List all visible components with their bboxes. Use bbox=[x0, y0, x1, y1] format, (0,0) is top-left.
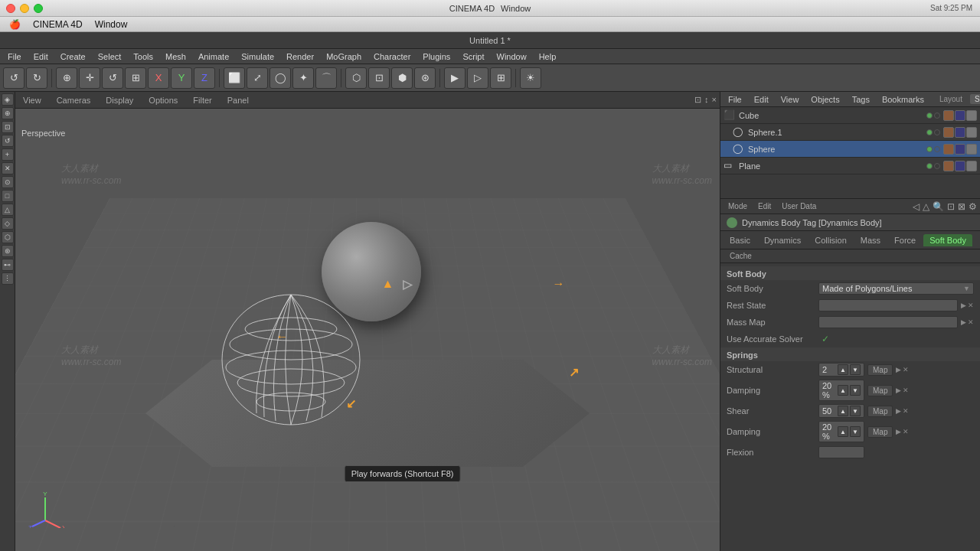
menu-file[interactable]: File bbox=[2, 49, 28, 64]
color-btn-5[interactable] bbox=[955, 127, 965, 138]
apple-menu[interactable]: 🍎 bbox=[3, 17, 27, 32]
menu-character[interactable]: Character bbox=[368, 49, 416, 64]
object-plane[interactable]: ▭ Plane bbox=[720, 158, 980, 174]
left-tool-14[interactable]: ⋮ bbox=[2, 272, 14, 285]
toolbar-select[interactable]: ⊕ bbox=[56, 67, 77, 89]
menu-simulate[interactable]: Simulate bbox=[235, 49, 280, 64]
left-tool-1[interactable]: ◈ bbox=[2, 93, 14, 106]
dot-4[interactable] bbox=[934, 163, 940, 169]
value-damping2[interactable]: 20 % ▲ ▼ bbox=[818, 421, 864, 442]
shear-map-btn[interactable]: Map bbox=[867, 406, 893, 417]
vp-tab-panel[interactable]: Panel bbox=[223, 96, 253, 105]
dot-green-3[interactable] bbox=[926, 146, 933, 152]
toolbar-move2[interactable]: ⤢ bbox=[247, 67, 268, 89]
toolbar-box[interactable]: ⬜ bbox=[224, 67, 245, 89]
rp-startup[interactable]: Startup bbox=[970, 94, 980, 104]
damping1-down[interactable]: ▼ bbox=[850, 385, 861, 396]
toolbar-render1[interactable]: ▶ bbox=[444, 67, 466, 89]
arr-d1-1[interactable]: ▶ bbox=[896, 386, 901, 394]
arr-d2-1[interactable]: ▶ bbox=[896, 428, 901, 435]
prop-tab-softbody[interactable]: Soft Body bbox=[923, 234, 972, 246]
structural-up[interactable]: ▲ bbox=[838, 364, 848, 375]
damping2-down[interactable]: ▼ bbox=[850, 426, 861, 437]
object-cube[interactable]: ⬛ Cube bbox=[720, 107, 980, 124]
structural-down[interactable]: ▼ bbox=[850, 364, 861, 375]
toolbar-extrude[interactable]: ⊡ bbox=[368, 67, 390, 89]
rp-objects[interactable]: Objects bbox=[806, 95, 844, 104]
color-btn-3[interactable] bbox=[966, 110, 977, 121]
left-tool-10[interactable]: ◇ bbox=[2, 217, 14, 230]
menu-mograph[interactable]: MoGraph bbox=[320, 49, 368, 64]
prop-mode[interactable]: Mode bbox=[724, 202, 752, 210]
prop-edit[interactable]: Edit bbox=[753, 202, 776, 210]
prop-icon-back[interactable]: ◁ bbox=[913, 201, 920, 212]
dot-green-2[interactable] bbox=[926, 129, 933, 135]
scene-canvas[interactable]: Perspective 大人素材www.rr-sc.com 大人素材www.rr… bbox=[15, 109, 720, 551]
vp-tab-view[interactable]: View bbox=[18, 96, 46, 105]
value-structural[interactable]: 2 ▲ ▼ bbox=[818, 363, 864, 377]
rp-layout[interactable]: Layout bbox=[935, 95, 967, 103]
left-tool-6[interactable]: ✕ bbox=[2, 162, 14, 174]
maximize-button[interactable] bbox=[34, 4, 43, 13]
left-tool-9[interactable]: △ bbox=[2, 204, 14, 216]
rp-tags[interactable]: Tags bbox=[848, 95, 874, 104]
arr-sh-1[interactable]: ▶ bbox=[896, 407, 901, 415]
prop-tab-mass[interactable]: Mass bbox=[854, 234, 887, 246]
arr-sh-2[interactable]: ✕ bbox=[903, 407, 909, 415]
vp-tab-display[interactable]: Display bbox=[101, 96, 138, 105]
prop-user-data[interactable]: User Data bbox=[777, 202, 821, 210]
menu-tools[interactable]: Tools bbox=[127, 49, 159, 64]
color-btn-6[interactable] bbox=[966, 127, 977, 138]
prop-tab-collision[interactable]: Collision bbox=[808, 234, 853, 246]
damping1-map-btn[interactable]: Map bbox=[867, 385, 893, 396]
menu-script[interactable]: Script bbox=[456, 49, 490, 64]
left-tool-5[interactable]: + bbox=[2, 148, 14, 161]
prop-icon-gear[interactable]: ⚙ bbox=[969, 201, 977, 212]
menu-edit[interactable]: Edit bbox=[28, 49, 54, 64]
dot-green-4[interactable] bbox=[926, 163, 933, 169]
prop-icon-search[interactable]: 🔍 bbox=[933, 201, 944, 212]
menu-window[interactable]: Window bbox=[491, 49, 533, 64]
vp-icon-3[interactable]: × bbox=[712, 95, 717, 105]
left-tool-4[interactable]: ↺ bbox=[2, 135, 14, 147]
menu-plugins[interactable]: Plugins bbox=[416, 49, 456, 64]
close-button[interactable] bbox=[6, 4, 15, 13]
prop-tab-force[interactable]: Force bbox=[888, 234, 922, 246]
menu-create[interactable]: Create bbox=[54, 49, 92, 64]
dot-2[interactable] bbox=[934, 129, 940, 135]
value-mass-map[interactable] bbox=[818, 316, 958, 328]
prop-icon-x[interactable]: ⊠ bbox=[958, 201, 965, 212]
left-tool-11[interactable]: ⬡ bbox=[2, 231, 14, 243]
left-tool-12[interactable]: ⊛ bbox=[2, 245, 14, 257]
arr-rs-2[interactable]: ✕ bbox=[968, 302, 974, 309]
shear-up[interactable]: ▲ bbox=[838, 406, 848, 416]
color-btn-2[interactable] bbox=[955, 110, 965, 121]
vp-icon-2[interactable]: ↕ bbox=[704, 95, 709, 105]
value-damping1[interactable]: 20 % ▲ ▼ bbox=[818, 380, 864, 401]
color-btn-8[interactable] bbox=[955, 144, 965, 155]
vp-tab-cameras[interactable]: Cameras bbox=[52, 96, 96, 105]
vp-icon-1[interactable]: ⊡ bbox=[694, 95, 701, 105]
arr-mm-1[interactable]: ▶ bbox=[961, 318, 966, 326]
app-menu[interactable]: CINEMA 4D bbox=[27, 17, 89, 32]
arr-str-2[interactable]: ✕ bbox=[903, 366, 909, 373]
arr-str-1[interactable]: ▶ bbox=[896, 366, 901, 373]
toolbar-light[interactable]: ☀ bbox=[520, 67, 541, 89]
menu-animate[interactable]: Animate bbox=[192, 49, 235, 64]
viewport[interactable]: View Cameras Display Options Filter Pane… bbox=[15, 92, 720, 551]
color-btn-12[interactable] bbox=[966, 161, 977, 171]
menu-help[interactable]: Help bbox=[533, 49, 563, 64]
prop-tab-basic[interactable]: Basic bbox=[724, 234, 756, 246]
value-soft-body[interactable]: Made of Polygons/Lines ▼ bbox=[818, 282, 974, 295]
color-btn-9[interactable] bbox=[966, 144, 977, 155]
left-tool-13[interactable]: ⊷ bbox=[2, 259, 14, 271]
vp-tab-options[interactable]: Options bbox=[144, 96, 182, 105]
color-btn-4[interactable] bbox=[943, 127, 954, 138]
toolbar-curve[interactable]: ⌒ bbox=[315, 67, 337, 89]
rp-edit[interactable]: Edit bbox=[750, 95, 773, 104]
toolbar-rotate[interactable]: ↺ bbox=[102, 67, 123, 89]
toolbar-render2[interactable]: ▷ bbox=[467, 67, 488, 89]
prop-tab-dynamics[interactable]: Dynamics bbox=[758, 234, 807, 246]
dot-3[interactable] bbox=[934, 146, 940, 152]
arr-d1-2[interactable]: ✕ bbox=[903, 386, 909, 394]
